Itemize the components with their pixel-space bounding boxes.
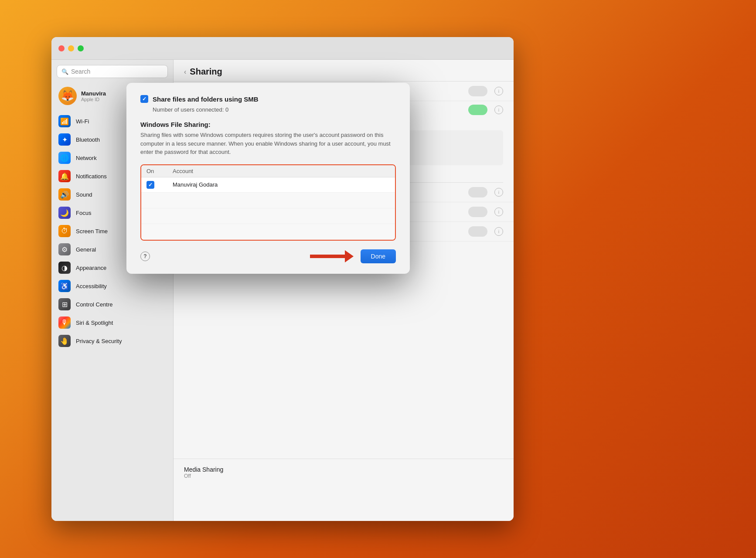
sidebar-label-notifications: Notifications [76,173,107,180]
privacy-icon: 🤚 [58,335,71,347]
empty-row-1 [141,193,395,208]
done-area: Done [310,249,396,263]
sidebar-item-privacy[interactable]: 🤚 Privacy & Security [51,332,173,350]
account-checkbox[interactable]: ✓ [146,181,154,189]
general-icon: ⚙ [58,243,71,255]
table-row: ✓ Manuviraj Godara [141,177,395,193]
smb-label: Share files and folders using SMB [153,95,259,103]
appearance-icon: ◑ [58,262,71,274]
sidebar-label-privacy: Privacy & Security [76,338,122,344]
row4-controls: i [468,226,503,237]
screen-time-icon: ⏱ [58,225,71,237]
screen-sharing-info[interactable]: i [494,87,503,95]
sidebar-label-screen-time: Screen Time [76,228,108,235]
row-checkbox[interactable]: ✓ [146,181,173,189]
page-title: Sharing [190,67,222,77]
empty-row-2 [141,208,395,224]
sidebar-label-control-centre: Control Centre [76,301,113,308]
title-bar [51,37,514,60]
row4-info[interactable]: i [494,227,503,236]
sidebar-item-accessibility[interactable]: ♿ Accessibility [51,277,173,295]
media-sharing-section: Media Sharing Off [174,459,514,486]
smb-dialog: ✓ Share files and folders using SMB Numb… [126,83,410,274]
windows-sharing-title: Windows File Sharing: [140,121,396,128]
sidebar-label-accessibility: Accessibility [76,283,107,289]
row3-info[interactable]: i [494,208,503,216]
row3-controls: i [468,207,503,217]
help-button[interactable]: ? [140,252,150,261]
col-account-header: Account [173,168,390,174]
row2-info[interactable]: i [494,188,503,197]
bluetooth-icon: ✦ [58,133,71,146]
sound-icon: 🔊 [58,188,71,201]
arrow-head-icon [345,250,354,262]
sidebar-label-siri: Siri & Spotlight [76,320,113,326]
row2-controls: i [468,187,503,197]
account-checkmark-icon: ✓ [148,182,153,188]
smb-row: ✓ Share files and folders using SMB [140,95,396,103]
accessibility-icon: ♿ [58,280,71,292]
arrow-shaft [310,255,345,258]
avatar: 🦊 [58,87,77,105]
sidebar-label-bluetooth: Bluetooth [76,136,100,143]
control-centre-icon: ⊞ [58,298,71,310]
sidebar-item-siri[interactable]: 🎙 Siri & Spotlight [51,313,173,332]
network-icon: 🌐 [58,152,71,164]
screen-sharing-controls: i [468,86,503,96]
row2-toggle[interactable] [468,187,487,197]
focus-icon: 🌙 [58,207,71,219]
notifications-icon: 🔔 [58,170,71,182]
empty-row-3 [141,224,395,240]
modal-footer: ? Done [140,249,396,263]
row3-toggle[interactable] [468,207,487,217]
search-icon: 🔍 [61,68,68,75]
sidebar-label-general: General [76,246,96,253]
sidebar-label-focus: Focus [76,210,91,216]
siri-icon: 🎙 [58,316,71,329]
sidebar-label-appearance: Appearance [76,265,106,271]
sidebar-label-sound: Sound [76,191,92,198]
sidebar-label-wifi: Wi-Fi [76,118,89,125]
media-sharing-status: Off [184,473,503,479]
done-button[interactable]: Done [361,249,396,263]
close-button[interactable] [58,45,65,51]
col-on-header: On [146,168,173,174]
checkmark-icon: ✓ [142,96,146,102]
file-sharing-controls: i [468,105,503,115]
search-placeholder: Search [71,68,90,75]
connected-count: Number of users connected: 0 [153,106,396,113]
wifi-icon: 📶 [58,115,71,127]
account-name: Manuviraj Godara [173,181,390,188]
smb-checkbox[interactable]: ✓ [140,95,148,103]
back-button[interactable]: ‹ [184,68,186,76]
zoom-button[interactable] [78,45,84,51]
table-header: On Account [141,165,395,177]
screen-sharing-toggle[interactable] [468,86,487,96]
sharing-header: ‹ Sharing [174,60,514,82]
accounts-table: On Account ✓ Manuviraj Godara [140,164,396,241]
sidebar-item-control-centre[interactable]: ⊞ Control Centre [51,295,173,313]
search-bar[interactable]: 🔍 Search [57,65,168,78]
windows-sharing-desc: Sharing files with some Windows computer… [140,131,396,157]
file-sharing-info[interactable]: i [494,105,503,114]
row4-toggle[interactable] [468,226,487,237]
sidebar-label-network: Network [76,155,97,161]
file-sharing-toggle[interactable] [468,105,487,115]
minimize-button[interactable] [68,45,74,51]
arrow-indicator [310,250,354,262]
media-sharing-title: Media Sharing [184,466,503,473]
